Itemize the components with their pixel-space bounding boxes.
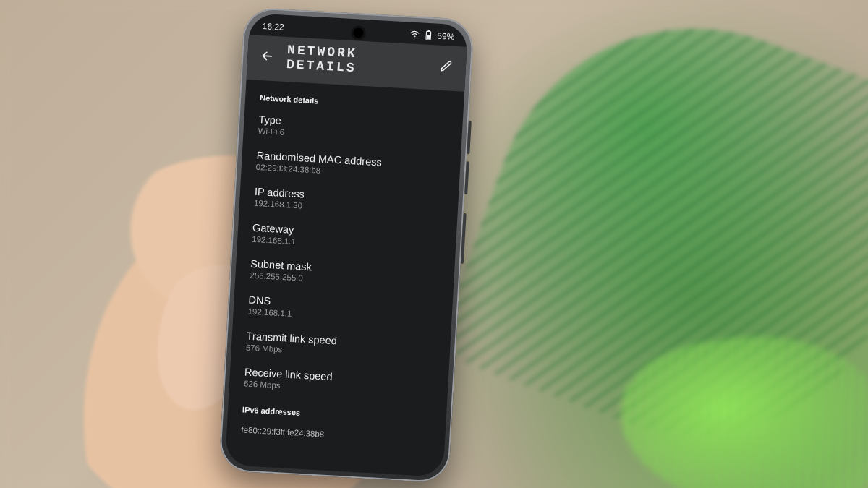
status-time: 16:22 — [262, 21, 284, 33]
svg-point-0 — [414, 38, 415, 39]
status-right: 59% — [409, 29, 455, 41]
svg-rect-3 — [427, 35, 430, 39]
photo-background: 16:22 59% — [0, 0, 868, 488]
page-title: NETWORK DETAILS — [286, 43, 427, 80]
back-button[interactable] — [258, 46, 278, 67]
arrow-left-icon — [260, 48, 275, 64]
wifi-icon — [409, 30, 420, 39]
edit-button[interactable] — [436, 56, 456, 77]
battery-percent: 59% — [437, 31, 455, 42]
pencil-icon — [439, 59, 453, 73]
screen: 16:22 59% — [225, 13, 468, 477]
content[interactable]: Network details Type Wi-Fi 6 Randomised … — [226, 80, 464, 451]
phone: 16:22 59% — [218, 7, 474, 484]
battery-icon — [424, 30, 433, 41]
svg-rect-2 — [427, 30, 429, 32]
